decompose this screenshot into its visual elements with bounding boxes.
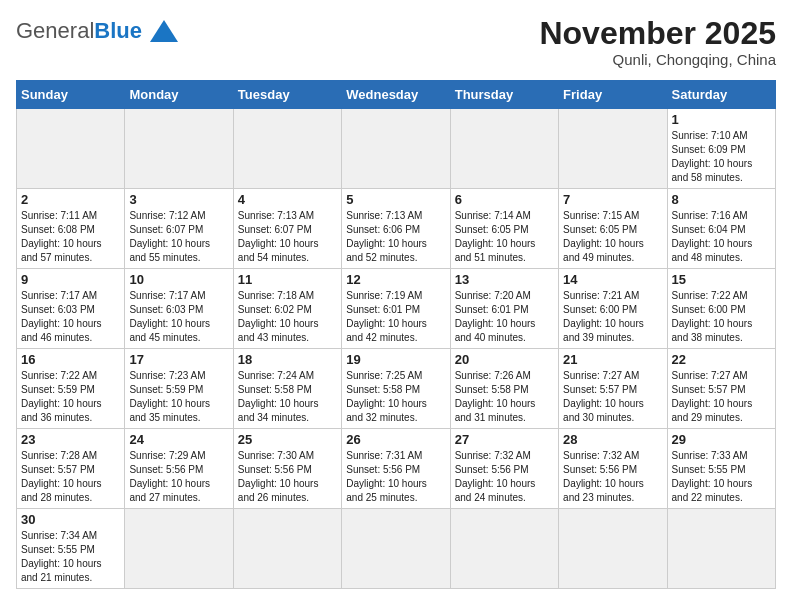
day-info: Sunrise: 7:31 AM Sunset: 5:56 PM Dayligh… [346,449,445,505]
weekday-header-wednesday: Wednesday [342,81,450,109]
logo-triangle-icon [150,20,178,42]
calendar-cell: 22Sunrise: 7:27 AM Sunset: 5:57 PM Dayli… [667,349,775,429]
day-info: Sunrise: 7:16 AM Sunset: 6:04 PM Dayligh… [672,209,771,265]
calendar-cell [125,509,233,589]
calendar-cell [667,509,775,589]
week-row-6: 30Sunrise: 7:34 AM Sunset: 5:55 PM Dayli… [17,509,776,589]
day-info: Sunrise: 7:32 AM Sunset: 5:56 PM Dayligh… [563,449,662,505]
weekday-header-tuesday: Tuesday [233,81,341,109]
day-number: 10 [129,272,228,287]
day-number: 29 [672,432,771,447]
day-info: Sunrise: 7:14 AM Sunset: 6:05 PM Dayligh… [455,209,554,265]
calendar-cell: 12Sunrise: 7:19 AM Sunset: 6:01 PM Dayli… [342,269,450,349]
logo: GeneralBlue [16,16,178,46]
day-info: Sunrise: 7:21 AM Sunset: 6:00 PM Dayligh… [563,289,662,345]
weekday-header-sunday: Sunday [17,81,125,109]
week-row-2: 2Sunrise: 7:11 AM Sunset: 6:08 PM Daylig… [17,189,776,269]
day-info: Sunrise: 7:29 AM Sunset: 5:56 PM Dayligh… [129,449,228,505]
calendar-cell: 4Sunrise: 7:13 AM Sunset: 6:07 PM Daylig… [233,189,341,269]
calendar-cell: 1Sunrise: 7:10 AM Sunset: 6:09 PM Daylig… [667,109,775,189]
day-number: 18 [238,352,337,367]
calendar-cell [559,509,667,589]
calendar-cell: 14Sunrise: 7:21 AM Sunset: 6:00 PM Dayli… [559,269,667,349]
day-info: Sunrise: 7:19 AM Sunset: 6:01 PM Dayligh… [346,289,445,345]
calendar-table: SundayMondayTuesdayWednesdayThursdayFrid… [16,80,776,589]
calendar-cell: 18Sunrise: 7:24 AM Sunset: 5:58 PM Dayli… [233,349,341,429]
day-info: Sunrise: 7:18 AM Sunset: 6:02 PM Dayligh… [238,289,337,345]
day-number: 9 [21,272,120,287]
logo-blue-text: Blue [94,18,142,43]
svg-marker-0 [150,20,178,42]
day-number: 16 [21,352,120,367]
calendar-cell: 7Sunrise: 7:15 AM Sunset: 6:05 PM Daylig… [559,189,667,269]
day-number: 11 [238,272,337,287]
day-number: 24 [129,432,228,447]
day-number: 26 [346,432,445,447]
calendar-cell: 13Sunrise: 7:20 AM Sunset: 6:01 PM Dayli… [450,269,558,349]
calendar-cell: 6Sunrise: 7:14 AM Sunset: 6:05 PM Daylig… [450,189,558,269]
calendar-cell: 20Sunrise: 7:26 AM Sunset: 5:58 PM Dayli… [450,349,558,429]
calendar-cell [450,509,558,589]
day-number: 6 [455,192,554,207]
title-block: November 2025 Qunli, Chongqing, China [539,16,776,68]
day-number: 13 [455,272,554,287]
weekday-header-saturday: Saturday [667,81,775,109]
month-title: November 2025 [539,16,776,51]
day-number: 28 [563,432,662,447]
calendar-cell: 19Sunrise: 7:25 AM Sunset: 5:58 PM Dayli… [342,349,450,429]
day-info: Sunrise: 7:24 AM Sunset: 5:58 PM Dayligh… [238,369,337,425]
day-info: Sunrise: 7:23 AM Sunset: 5:59 PM Dayligh… [129,369,228,425]
calendar-cell: 24Sunrise: 7:29 AM Sunset: 5:56 PM Dayli… [125,429,233,509]
day-info: Sunrise: 7:12 AM Sunset: 6:07 PM Dayligh… [129,209,228,265]
weekday-header-friday: Friday [559,81,667,109]
calendar-cell: 5Sunrise: 7:13 AM Sunset: 6:06 PM Daylig… [342,189,450,269]
day-info: Sunrise: 7:28 AM Sunset: 5:57 PM Dayligh… [21,449,120,505]
day-number: 21 [563,352,662,367]
calendar-cell: 28Sunrise: 7:32 AM Sunset: 5:56 PM Dayli… [559,429,667,509]
calendar-cell: 30Sunrise: 7:34 AM Sunset: 5:55 PM Dayli… [17,509,125,589]
calendar-cell [233,509,341,589]
day-info: Sunrise: 7:13 AM Sunset: 6:06 PM Dayligh… [346,209,445,265]
day-number: 19 [346,352,445,367]
day-info: Sunrise: 7:34 AM Sunset: 5:55 PM Dayligh… [21,529,120,585]
day-number: 3 [129,192,228,207]
day-info: Sunrise: 7:20 AM Sunset: 6:01 PM Dayligh… [455,289,554,345]
calendar-cell: 17Sunrise: 7:23 AM Sunset: 5:59 PM Dayli… [125,349,233,429]
logo-icon: GeneralBlue [16,16,178,46]
calendar-cell: 3Sunrise: 7:12 AM Sunset: 6:07 PM Daylig… [125,189,233,269]
calendar-cell: 21Sunrise: 7:27 AM Sunset: 5:57 PM Dayli… [559,349,667,429]
week-row-5: 23Sunrise: 7:28 AM Sunset: 5:57 PM Dayli… [17,429,776,509]
calendar-cell: 27Sunrise: 7:32 AM Sunset: 5:56 PM Dayli… [450,429,558,509]
day-info: Sunrise: 7:10 AM Sunset: 6:09 PM Dayligh… [672,129,771,185]
calendar-cell: 23Sunrise: 7:28 AM Sunset: 5:57 PM Dayli… [17,429,125,509]
weekday-header-row: SundayMondayTuesdayWednesdayThursdayFrid… [17,81,776,109]
calendar-cell: 15Sunrise: 7:22 AM Sunset: 6:00 PM Dayli… [667,269,775,349]
calendar-cell: 9Sunrise: 7:17 AM Sunset: 6:03 PM Daylig… [17,269,125,349]
calendar-cell: 29Sunrise: 7:33 AM Sunset: 5:55 PM Dayli… [667,429,775,509]
day-number: 30 [21,512,120,527]
day-info: Sunrise: 7:30 AM Sunset: 5:56 PM Dayligh… [238,449,337,505]
calendar-cell: 26Sunrise: 7:31 AM Sunset: 5:56 PM Dayli… [342,429,450,509]
day-info: Sunrise: 7:15 AM Sunset: 6:05 PM Dayligh… [563,209,662,265]
calendar-cell [17,109,125,189]
day-info: Sunrise: 7:22 AM Sunset: 5:59 PM Dayligh… [21,369,120,425]
calendar-cell [342,509,450,589]
calendar-cell: 16Sunrise: 7:22 AM Sunset: 5:59 PM Dayli… [17,349,125,429]
day-number: 25 [238,432,337,447]
day-info: Sunrise: 7:26 AM Sunset: 5:58 PM Dayligh… [455,369,554,425]
day-number: 23 [21,432,120,447]
week-row-1: 1Sunrise: 7:10 AM Sunset: 6:09 PM Daylig… [17,109,776,189]
calendar-cell: 10Sunrise: 7:17 AM Sunset: 6:03 PM Dayli… [125,269,233,349]
calendar-cell: 11Sunrise: 7:18 AM Sunset: 6:02 PM Dayli… [233,269,341,349]
day-number: 8 [672,192,771,207]
calendar-cell [125,109,233,189]
day-number: 2 [21,192,120,207]
week-row-4: 16Sunrise: 7:22 AM Sunset: 5:59 PM Dayli… [17,349,776,429]
calendar-cell: 8Sunrise: 7:16 AM Sunset: 6:04 PM Daylig… [667,189,775,269]
weekday-header-monday: Monday [125,81,233,109]
day-number: 20 [455,352,554,367]
day-info: Sunrise: 7:33 AM Sunset: 5:55 PM Dayligh… [672,449,771,505]
page-header: GeneralBlue November 2025 Qunli, Chongqi… [16,16,776,68]
calendar-cell [342,109,450,189]
day-number: 7 [563,192,662,207]
